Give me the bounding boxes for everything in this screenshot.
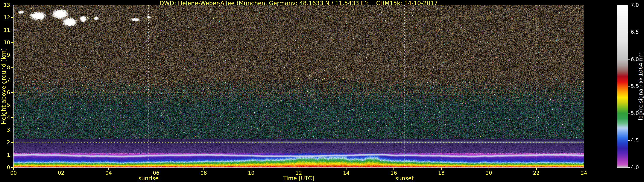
x-tick-label: 16	[390, 170, 397, 176]
x-tick-label: 14	[343, 170, 350, 176]
x-tick-label: 20	[486, 170, 492, 176]
y-tick-label: 4.	[0, 114, 12, 121]
x-axis-label: Time [UTC]	[283, 175, 314, 182]
x-tick-label: 24	[581, 170, 587, 176]
x-tick-label: 04	[106, 170, 112, 176]
colorbar-tick-mark	[628, 113, 630, 113]
colorbar-tick-label: 7.0	[631, 2, 639, 8]
y-tick-label: 12.	[0, 14, 12, 20]
sunset-label: sunset	[395, 175, 414, 182]
colorbar-tick-mark	[628, 86, 630, 87]
x-tick-mark	[108, 168, 109, 170]
x-tick-mark	[346, 168, 346, 170]
x-tick-label: 18	[438, 170, 444, 176]
y-tick-label: 7.	[0, 77, 12, 83]
colorbar-tick-label: 5.5	[631, 83, 639, 89]
y-tick-label: 6.	[0, 90, 12, 95]
x-tick-mark	[251, 168, 251, 170]
x-tick-mark	[156, 168, 156, 170]
x-tick-mark	[536, 168, 537, 170]
x-tick-label: 10	[248, 170, 254, 176]
y-tick-label: 5.	[0, 102, 12, 108]
x-tick-mark	[584, 168, 584, 170]
y-tick-label: 8.	[0, 65, 12, 71]
colorbar-tick-mark	[628, 32, 630, 32]
x-tick-label: 08	[200, 170, 207, 176]
y-tick-label: 2.	[0, 139, 12, 145]
heatmap-canvas	[14, 5, 584, 168]
y-tick-label: 13.	[0, 2, 12, 8]
x-tick-mark	[394, 168, 394, 170]
sunrise-label: sunrise	[138, 175, 159, 182]
y-tick-label: 1.	[0, 152, 12, 158]
colorbar-tick-mark	[628, 59, 630, 60]
colorbar-tick-mark	[628, 140, 630, 141]
y-tick-label: 10.	[0, 40, 12, 46]
x-tick-mark	[488, 168, 489, 170]
x-tick-mark	[298, 168, 299, 170]
x-tick-label: 00	[10, 170, 17, 176]
x-tick-mark	[204, 168, 204, 170]
colorbar-tick-label: 6.0	[631, 56, 639, 62]
x-tick-label: 02	[58, 170, 64, 176]
colorbar-tick-label: 6.5	[631, 29, 639, 35]
y-tick-label: 11.	[0, 27, 12, 33]
colorbar-tick-label: 4.0	[631, 165, 639, 171]
colorbar-tick-label: 5.0	[631, 110, 639, 116]
x-tick-label: 22	[533, 170, 540, 176]
ceilometer-quicklook-figure: DWD: Helene-Weber-Allee (München, German…	[0, 0, 644, 182]
x-tick-mark	[441, 168, 442, 170]
y-tick-label: 9.	[0, 52, 12, 58]
y-axis-label: Height above ground [km]	[0, 48, 7, 124]
colorbar-gradient	[618, 5, 628, 168]
x-tick-mark	[61, 168, 61, 170]
colorbar-tick-mark	[628, 5, 630, 5]
y-tick-label: 3.	[0, 127, 12, 133]
x-tick-mark	[13, 168, 14, 170]
colorbar-tick-mark	[628, 167, 630, 168]
colorbar-tick-label: 4.5	[631, 137, 639, 143]
x-tick-label: 12	[296, 170, 302, 176]
y-tick-label: 0.	[0, 165, 12, 171]
x-tick-label: 06	[153, 170, 160, 176]
